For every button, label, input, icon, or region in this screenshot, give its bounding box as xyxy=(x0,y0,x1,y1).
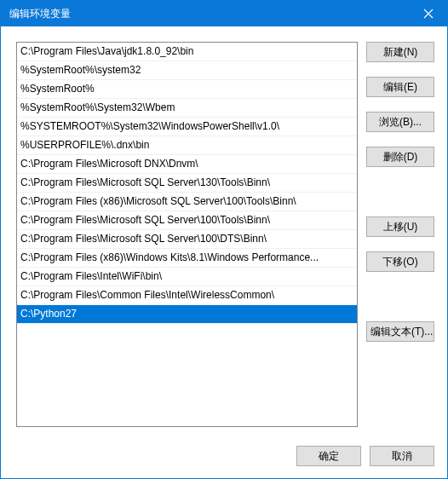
delete-button[interactable]: 删除(D) xyxy=(366,147,434,167)
list-item[interactable]: C:\Program Files (x86)\Windows Kits\8.1\… xyxy=(17,249,357,268)
cancel-button[interactable]: 取消 xyxy=(370,446,434,466)
list-item[interactable]: C:\Program Files\Common Files\Intel\Wire… xyxy=(17,286,357,305)
list-item[interactable]: C:\Program Files\Java\jdk1.8.0_92\bin xyxy=(17,43,357,61)
browse-button[interactable]: 浏览(B)... xyxy=(366,112,434,132)
list-item[interactable]: %SystemRoot%\system32 xyxy=(17,61,357,80)
list-item[interactable]: C:\Program Files\Microsoft SQL Server\10… xyxy=(17,230,357,249)
list-item[interactable]: C:\Program Files\Microsoft SQL Server\10… xyxy=(17,211,357,230)
list-item[interactable]: %SystemRoot%\System32\Wbem xyxy=(17,99,357,118)
sidebar: 新建(N) 编辑(E) 浏览(B)... 删除(D) 上移(U) 下移(O) 编… xyxy=(366,42,434,427)
edit-button[interactable]: 编辑(E) xyxy=(366,77,434,97)
movedown-button[interactable]: 下移(O) xyxy=(366,251,434,272)
title-text: 编辑环境变量 xyxy=(9,7,409,21)
moveup-button[interactable]: 上移(U) xyxy=(366,216,434,237)
close-button[interactable] xyxy=(409,1,447,26)
list-item[interactable]: C:\Program Files\Microsoft DNX\Dnvm\ xyxy=(17,155,357,174)
list-item[interactable]: C:\Program Files\Microsoft SQL Server\13… xyxy=(17,174,357,193)
content-area: C:\Program Files\Java\jdk1.8.0_92\bin%Sy… xyxy=(1,26,447,436)
ok-button[interactable]: 确定 xyxy=(296,446,361,466)
close-icon xyxy=(423,9,434,19)
path-listbox[interactable]: C:\Program Files\Java\jdk1.8.0_92\bin%Sy… xyxy=(16,42,358,427)
list-item[interactable]: %USERPROFILE%\.dnx\bin xyxy=(17,136,357,155)
list-item[interactable]: %SystemRoot% xyxy=(17,80,357,99)
new-button[interactable]: 新建(N) xyxy=(366,42,434,62)
list-item[interactable]: C:\Program Files\Intel\WiFi\bin\ xyxy=(17,268,357,286)
list-item[interactable]: C:\Python27 xyxy=(17,305,357,324)
titlebar: 编辑环境变量 xyxy=(1,1,447,26)
list-item[interactable]: C:\Program Files (x86)\Microsoft SQL Ser… xyxy=(17,193,357,211)
footer: 确定 取消 xyxy=(1,436,447,478)
edittext-button[interactable]: 编辑文本(T)... xyxy=(366,321,434,342)
list-item[interactable]: %SYSTEMROOT%\System32\WindowsPowerShell\… xyxy=(17,118,357,136)
